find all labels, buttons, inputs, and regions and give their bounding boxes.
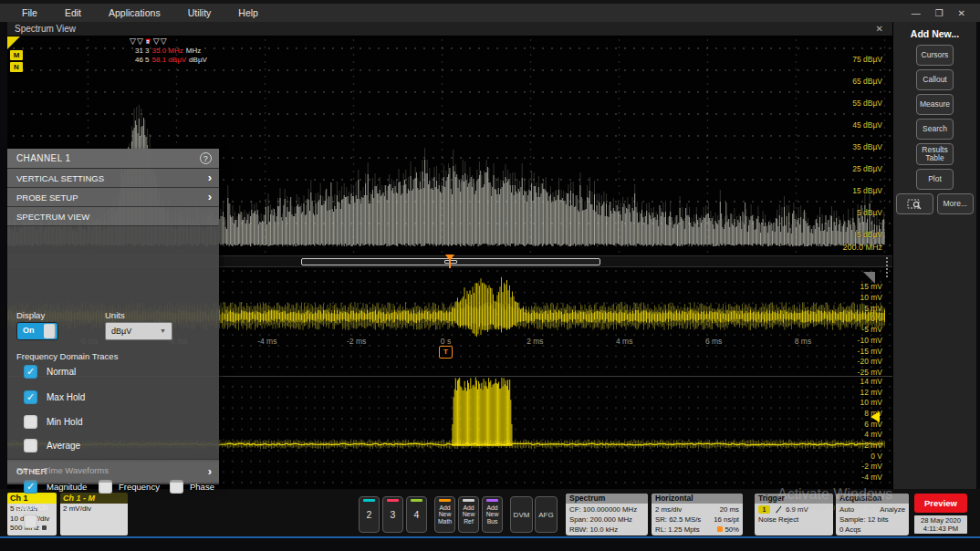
y-tick-label: -5 mV [861, 325, 882, 334]
checkbox-max-hold[interactable]: ✓ Max Hold [24, 390, 85, 404]
menu-item[interactable]: Applications [109, 7, 161, 18]
menu-item[interactable]: File [22, 7, 37, 18]
spectrum-view-titlebar: Spectrum View ✕ [7, 22, 892, 36]
reference-marker-icon[interactable]: ▼R [144, 36, 152, 47]
y-tick-label: 5 mV [864, 304, 882, 313]
chevron-right-icon: › [208, 467, 212, 476]
peak-marker-icon[interactable]: ▽ [130, 36, 136, 47]
y-tick-label: 10 mV [860, 293, 882, 302]
toggle-knob[interactable] [44, 324, 56, 338]
add-new-button[interactable]: Add New Ref [458, 496, 479, 533]
y-tick-label: 12 mV [860, 388, 882, 397]
peak-marker-icon[interactable]: ▽ [137, 36, 143, 47]
horizontal-settings-badge[interactable]: Horizontal 2 ms/div20 ms SR: 62.5 MS/s16… [652, 494, 743, 535]
trace-badge-n[interactable]: N [10, 62, 23, 72]
channel-color-stripe [411, 499, 422, 502]
y-tick-label: 15 dBµV [852, 185, 882, 196]
spectrum-view-settings: Display Units On dBµV ▼ Frequency Domain… [7, 226, 219, 456]
zoom-select-button[interactable] [896, 193, 933, 214]
sidebar-button[interactable]: Plot [916, 169, 954, 190]
section-spectrum-view[interactable]: SPECTRUM VIEW [7, 207, 219, 226]
y-tick-label: 0 V [871, 314, 882, 323]
sidebar-button[interactable]: Callout [916, 69, 954, 90]
display-toggle[interactable]: On [16, 322, 58, 340]
trigger-settings-badge[interactable]: Trigger 1 6.9 mV Noise Reject [755, 494, 833, 535]
menu-bar: FileEditApplicationsUtilityHelp — ❐ ✕ [0, 0, 980, 22]
trigger-position-marker[interactable]: T [439, 346, 453, 359]
ch1-math-badge[interactable]: Ch 1 - M 2 mV/div [60, 493, 128, 535]
minimize-icon[interactable]: — [912, 8, 921, 18]
zoom-icon [907, 198, 923, 211]
spectrum-settings-badge[interactable]: Spectrum CF: 100.000000 MHzSpan: 200.000… [566, 494, 648, 535]
add-new-button[interactable]: Add New Bus [482, 496, 503, 533]
spectrum-badge-title: Spectrum [566, 494, 648, 504]
view-close-icon[interactable]: ✕ [876, 24, 883, 34]
toggle-state-label: On [23, 326, 35, 335]
y-tick-label: -15 mV [858, 347, 882, 356]
channel-button[interactable]: 4 [406, 496, 427, 533]
maximize-icon[interactable]: ❐ [935, 8, 944, 18]
checkbox-average[interactable]: Average [24, 439, 80, 452]
y-tick-label: 0 V [871, 452, 882, 461]
channel-button[interactable]: 2 [359, 496, 380, 533]
checkbox-squelch[interactable] [24, 515, 37, 528]
rising-edge-icon [774, 505, 782, 514]
dvm-button[interactable]: DVM [510, 496, 533, 533]
frequency-axis-label: 200.0 MHz [842, 243, 882, 252]
menu-item[interactable]: Edit [65, 7, 81, 18]
checkbox-unchecked-icon[interactable] [24, 515, 37, 528]
y-tick-label: 35 dBµV [852, 141, 882, 152]
afg-button[interactable]: AFG [535, 496, 558, 533]
menu-item[interactable]: Help [238, 7, 258, 18]
trace-badge-m[interactable]: M [10, 50, 23, 60]
y-tick-label: 2 mV [864, 441, 882, 450]
add-new-button[interactable]: Add New Math [434, 496, 455, 533]
expansion-point-marker[interactable] [444, 255, 455, 269]
checkbox-unchecked-icon[interactable] [24, 415, 37, 429]
oscilloscope-screen: FileEditApplicationsUtilityHelp — ❐ ✕ Sp… [0, 0, 980, 551]
checkbox-unchecked-icon[interactable] [24, 439, 37, 452]
channel-button[interactable]: 3 [382, 496, 403, 533]
spectrum-y-axis: 75 dBµV65 dBµV55 dBµV45 dBµV35 dBµV25 dB… [835, 54, 882, 240]
time-tick-label: 0 s [419, 337, 474, 346]
freq-traces-label: Frequency Domain Traces [16, 351, 118, 361]
checkbox-checked-icon[interactable]: ✓ [24, 390, 37, 404]
chevron-right-icon: › [208, 192, 212, 202]
bottom-divider [0, 536, 980, 538]
section-other[interactable]: OTHER › [7, 459, 219, 483]
horizontal-badge-title: Horizontal [652, 494, 743, 504]
channel-panel-header: CHANNEL 1 ? [7, 149, 219, 169]
checkbox-min-hold[interactable]: Min Hold [24, 415, 82, 429]
checkbox-normal[interactable]: ✓ Normal [24, 365, 76, 379]
time-tick-label: 4 ms [597, 337, 652, 346]
acquisition-settings-badge[interactable]: Acquisition AutoAnalyze Sample: 12 bits … [836, 494, 909, 535]
splitter-grip[interactable] [886, 257, 890, 277]
more-button[interactable]: More... [937, 193, 975, 214]
y-tick-label: 5 dBµV [857, 207, 882, 218]
sidebar-button[interactable]: Results Table [916, 143, 954, 165]
preview-button[interactable]: Preview [914, 494, 967, 513]
checkbox-checked-icon[interactable]: ✓ [24, 365, 37, 379]
sidebar-button[interactable]: Cursors [916, 45, 954, 66]
trigger-source-badge: 1 [758, 505, 770, 514]
section-probe-setup[interactable]: PROBE SETUP › [7, 188, 219, 207]
y-tick-label: 25 dBµV [852, 163, 882, 174]
units-dropdown[interactable]: dBµV ▼ [105, 322, 172, 340]
peak-marker-icon[interactable]: ▽ [153, 36, 160, 47]
peak-marker-icon[interactable]: ▽ [161, 36, 167, 47]
add-color-stripe [463, 499, 474, 502]
ch1-trace-handle-icon[interactable] [7, 36, 20, 49]
squelch-label: Squelch [16, 502, 47, 512]
help-icon[interactable]: ? [200, 152, 212, 164]
section-vertical-settings[interactable]: VERTICAL SETTINGS › [7, 169, 219, 188]
sidebar-button[interactable]: Measure [916, 94, 954, 115]
close-icon[interactable]: ✕ [958, 8, 965, 18]
sidebar-button[interactable]: Search [916, 119, 954, 140]
trigger-badge-title: Trigger [755, 494, 833, 504]
add-color-stripe [486, 499, 498, 502]
display-label: Display [16, 310, 45, 320]
menu-item[interactable]: Utility [188, 7, 212, 18]
trigger-level-arrow[interactable] [871, 411, 880, 422]
ch1m-badge-title: Ch 1 - M [60, 493, 128, 504]
warning-icon [717, 526, 723, 532]
